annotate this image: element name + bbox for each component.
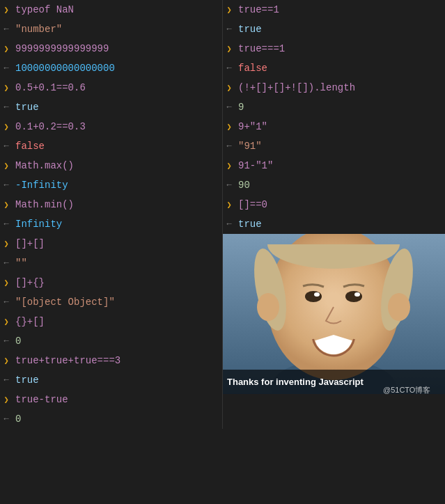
- code-text: false: [13, 140, 222, 152]
- output-row: ←"number": [0, 19, 222, 39]
- output-arrow: ←: [0, 219, 13, 229]
- input-row: ❯91-"1": [223, 156, 445, 175]
- output-row: ←false: [223, 58, 445, 78]
- code-text: false: [235, 62, 445, 74]
- left-column: ❯typeof NaN←"number"❯9999999999999999←10…: [0, 0, 223, 429]
- input-arrow: ❯: [0, 200, 13, 210]
- code-text: "91": [235, 140, 445, 152]
- output-arrow: ←: [223, 141, 235, 151]
- input-arrow: ❯: [0, 5, 13, 15]
- output-arrow: ←: [0, 180, 13, 190]
- output-arrow: ←: [223, 24, 235, 34]
- input-row: ❯(!+[]+[]+![]).length: [223, 78, 445, 97]
- output-arrow: ←: [223, 219, 235, 229]
- code-text: 0.5+0.1==0.6: [13, 81, 222, 94]
- code-text: Infinity: [13, 218, 222, 230]
- input-arrow: ❯: [0, 44, 13, 54]
- code-text: true: [235, 23, 445, 36]
- input-arrow: ❯: [0, 278, 13, 288]
- input-row: ❯Math.max(): [0, 156, 222, 175]
- output-row: ←90: [223, 175, 445, 195]
- input-arrow: ❯: [223, 44, 235, 54]
- code-text: 0: [13, 413, 222, 425]
- input-arrow: ❯: [0, 317, 13, 327]
- console-container: ❯typeof NaN←"number"❯9999999999999999←10…: [0, 0, 445, 429]
- output-arrow: ←: [0, 102, 13, 112]
- input-arrow: ❯: [0, 395, 13, 405]
- output-arrow: ←: [223, 63, 235, 73]
- output-arrow: ←: [0, 375, 13, 385]
- code-text: "[object Object]": [13, 296, 222, 308]
- output-row: ←0: [0, 331, 222, 351]
- output-row: ←-Infinity: [0, 175, 222, 195]
- code-text: 0: [13, 335, 222, 347]
- input-row: ❯Math.min(): [0, 195, 222, 214]
- output-row: ←true: [223, 19, 445, 39]
- code-text: true: [235, 218, 445, 230]
- code-text: -Infinity: [13, 179, 222, 191]
- output-arrow: ←: [223, 180, 235, 190]
- input-arrow: ❯: [0, 122, 13, 132]
- code-text: true==1: [235, 3, 445, 16]
- input-row: ❯true+true+true===3: [0, 351, 222, 370]
- input-arrow: ❯: [223, 122, 235, 132]
- output-arrow: ←: [0, 258, 13, 268]
- code-text: []+{}: [13, 276, 222, 289]
- output-row: ←false: [0, 136, 222, 156]
- right-column: ❯true==1←true❯true===1←false❯(!+[]+[]+![…: [223, 0, 445, 429]
- input-arrow: ❯: [223, 161, 235, 171]
- code-text: Math.max(): [13, 159, 222, 172]
- output-row: ←true: [0, 370, 222, 390]
- code-text: true-true: [13, 393, 222, 406]
- output-row: ←"91": [223, 136, 445, 156]
- input-row: ❯9+"1": [223, 117, 445, 136]
- code-text: "number": [13, 23, 222, 36]
- code-text: 0.1+0.2==0.3: [13, 120, 222, 133]
- input-arrow: ❯: [0, 356, 13, 366]
- code-text: 9: [235, 101, 445, 113]
- output-arrow: ←: [0, 63, 13, 73]
- input-row: ❯[]==0: [223, 195, 445, 214]
- code-text: Math.min(): [13, 198, 222, 211]
- input-arrow: ❯: [0, 239, 13, 249]
- meme-image-container: [223, 234, 445, 394]
- input-row: ❯9999999999999999: [0, 39, 222, 58]
- code-text: true: [13, 101, 222, 113]
- output-row: ←0: [0, 409, 222, 429]
- input-row: ❯{}+[]: [0, 312, 222, 331]
- output-arrow: ←: [0, 297, 13, 307]
- code-text: {}+[]: [13, 315, 222, 328]
- code-text: true+true+true===3: [13, 354, 222, 367]
- input-arrow: ❯: [223, 83, 235, 93]
- input-row: ❯0.1+0.2==0.3: [0, 117, 222, 136]
- output-arrow: ←: [223, 102, 235, 112]
- code-text: []+[]: [13, 237, 222, 250]
- output-row: ←Infinity: [0, 214, 222, 234]
- input-row: ❯typeof NaN: [0, 0, 222, 19]
- code-text: 9+"1": [235, 120, 445, 133]
- input-row: ❯true-true: [0, 390, 222, 409]
- code-text: (!+[]+[]+![]).length: [235, 81, 445, 94]
- output-row: ←"[object Object]": [0, 292, 222, 312]
- input-arrow: ❯: [0, 161, 13, 171]
- input-row: ❯[]+{}: [0, 273, 222, 292]
- output-row: ←9: [223, 97, 445, 117]
- input-arrow: ❯: [223, 5, 235, 15]
- input-row: ❯true===1: [223, 39, 445, 58]
- code-text: 91-"1": [235, 159, 445, 172]
- output-arrow: ←: [0, 24, 13, 34]
- input-arrow: ❯: [0, 83, 13, 93]
- output-arrow: ←: [0, 141, 13, 151]
- output-arrow: ←: [0, 414, 13, 424]
- output-row: ←true: [0, 97, 222, 117]
- output-arrow: ←: [0, 336, 13, 346]
- code-text: 10000000000000000: [13, 62, 222, 74]
- input-row: ❯0.5+0.1==0.6: [0, 78, 222, 97]
- output-row: ←10000000000000000: [0, 58, 222, 78]
- code-text: typeof NaN: [13, 3, 222, 16]
- input-row: ❯[]+[]: [0, 234, 222, 253]
- output-row: ←true: [223, 214, 445, 234]
- code-text: "": [13, 257, 222, 269]
- code-text: true===1: [235, 42, 445, 55]
- output-row: ←"": [0, 253, 222, 273]
